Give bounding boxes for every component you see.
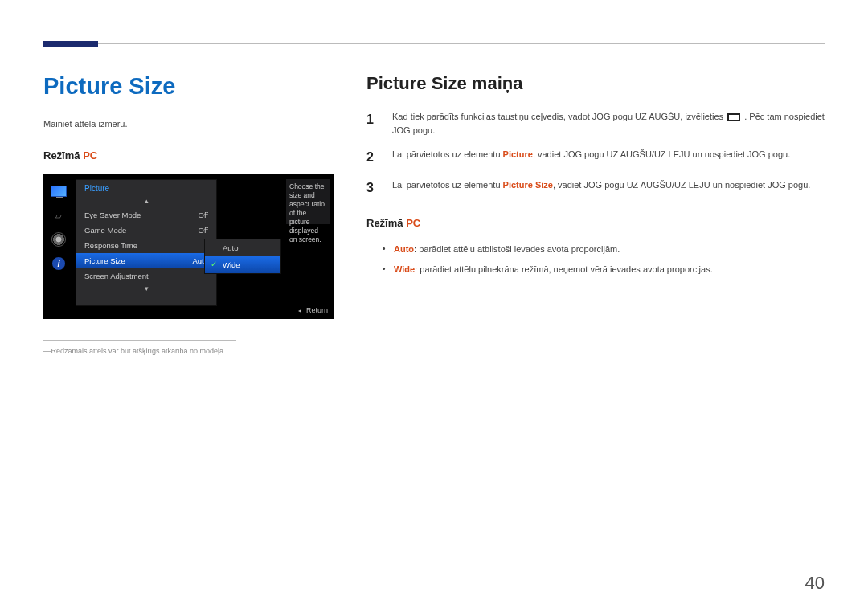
mode-tag: PC — [83, 149, 97, 161]
info-icon: i — [50, 256, 68, 271]
option-list: Auto: parādiet attēlu atbilstoši ievades… — [366, 242, 825, 276]
osd-row-value: Off — [199, 226, 209, 235]
osd-row-response-time: Response Time — [76, 238, 216, 253]
option-name: Wide — [394, 264, 415, 274]
osd-panel: Picture ▴ Eye Saver Mode Off Game Mode O… — [76, 179, 217, 306]
top-accent-bar — [43, 41, 98, 47]
osd-row-eye-saver: Eye Saver Mode Off — [76, 207, 216, 223]
mode-label: Režīmā — [366, 217, 406, 229]
page-title: Picture Size — [43, 73, 339, 100]
osd-sidebar: ▱ i — [50, 184, 71, 271]
osd-row-label: Game Mode — [84, 226, 126, 235]
osd-row-picture-size: Picture Size Auto — [76, 253, 216, 268]
steps-list: 1 Kad tiek parādīts funkcijas taustiņu c… — [366, 110, 825, 198]
frame-icon: ▱ — [50, 208, 68, 223]
step-1: 1 Kad tiek parādīts funkcijas taustiņu c… — [366, 110, 825, 137]
osd-row-label: Response Time — [84, 241, 137, 250]
panel-up-arrow: ▴ — [76, 196, 216, 207]
option-wide: Wide: parādiet attēlu pilnekrāna režīmā,… — [383, 262, 825, 277]
footnote-text: Redzamais attēls var būt atšķirīgs atkar… — [43, 347, 339, 355]
mode-header-left: Režīmā PC — [43, 149, 339, 161]
step-text: Kad tiek parādīts funkcijas taustiņu ceļ… — [392, 110, 825, 137]
mode-header-right: Režīmā PC — [366, 217, 825, 229]
panel-down-arrow: ▾ — [76, 284, 216, 295]
osd-help-text: Choose the size and aspect ratio of the … — [286, 179, 330, 224]
step-text: Lai pārvietotos uz elementu Picture, vad… — [392, 148, 790, 167]
step-number: 3 — [366, 178, 378, 198]
osd-row-label: Screen Adjustment — [84, 272, 149, 280]
step-number: 1 — [366, 110, 378, 137]
osd-sub-wide: Wide — [205, 256, 280, 273]
step-keyword: Picture Size — [503, 180, 553, 190]
osd-row-label: Picture Size — [84, 256, 125, 265]
mode-label: Režīmā — [43, 149, 83, 161]
osd-sub-auto: Auto — [205, 239, 280, 256]
mode-tag: PC — [406, 217, 420, 229]
osd-row-value: Off — [199, 210, 209, 219]
osd-row-game-mode: Game Mode Off — [76, 223, 216, 238]
top-rule — [43, 43, 825, 44]
osd-panel-rows: Eye Saver Mode Off Game Mode Off Respons… — [76, 207, 216, 284]
option-desc: : parādiet attēlu atbilstoši ievades avo… — [414, 244, 620, 254]
step-number: 2 — [366, 148, 378, 167]
osd-row-screen-adjustment: Screen Adjustment — [76, 268, 216, 284]
osd-panel-title: Picture — [76, 180, 216, 196]
page-number: 40 — [805, 573, 825, 594]
step-text: Lai pārvietotos uz elementu Picture Size… — [392, 178, 810, 198]
osd-row-label: Eye Saver Mode — [84, 210, 141, 219]
step-keyword: Picture — [503, 149, 533, 159]
option-name: Auto — [394, 244, 414, 254]
step-3: 3 Lai pārvietotos uz elementu Picture Si… — [366, 178, 825, 198]
option-auto: Auto: parādiet attēlu atbilstoši ievades… — [383, 242, 825, 257]
intro-text: Mainiet attēla izmēru. — [43, 119, 339, 129]
gear-icon — [50, 232, 68, 247]
section-title: Picture Size maiņa — [366, 73, 825, 94]
osd-return-label: Return — [298, 306, 328, 314]
option-desc: : parādiet attēlu pilnekrāna režīmā, neņ… — [415, 264, 713, 274]
menu-icon — [727, 113, 740, 121]
step-2: 2 Lai pārvietotos uz elementu Picture, v… — [366, 148, 825, 167]
footnote-rule — [43, 340, 236, 341]
osd-submenu: Auto Wide — [204, 239, 281, 274]
monitor-icon — [50, 184, 68, 198]
osd-mock: ▱ i Picture ▴ Eye Saver Mode Off Game Mo… — [43, 174, 334, 319]
